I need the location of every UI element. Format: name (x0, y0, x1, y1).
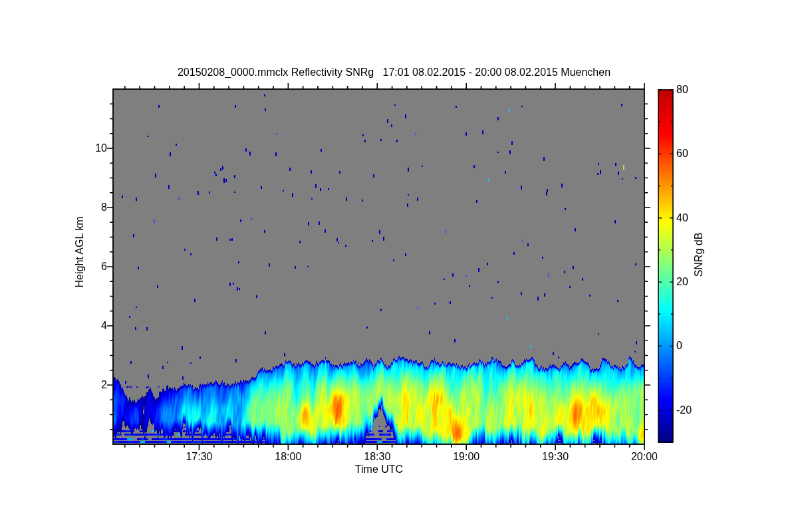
x-tick-label: 19:30 (535, 451, 575, 463)
y-tick-label: 10 (79, 142, 107, 154)
chart-title: 20150208_0000.mmclx Reflectivity SNRg 17… (0, 66, 788, 78)
y-tick-label: 4 (79, 320, 107, 332)
colorbar-tick-label: -20 (676, 404, 706, 416)
x-tick-label: 19:00 (446, 451, 486, 463)
x-tick-label: 20:00 (624, 451, 664, 463)
colorbar-tick-label: 20 (676, 276, 706, 288)
colorbar-tick-label: 40 (676, 212, 706, 224)
y-tick-label: 6 (79, 261, 107, 273)
colorbar-tick-label: 0 (676, 340, 706, 352)
colorbar-tick-label: 60 (676, 148, 706, 160)
colorbar-tick-label: 80 (676, 84, 706, 96)
x-tick-label: 18:30 (357, 451, 397, 463)
y-tick-label: 2 (79, 379, 107, 391)
x-tick-label: 17:30 (179, 451, 219, 463)
x-tick-label: 18:00 (268, 451, 308, 463)
y-tick-label: 8 (79, 201, 107, 213)
y-axis-label: Height AGL km (74, 212, 86, 292)
x-axis-label: Time UTC (326, 464, 432, 475)
figure-root: 20150208_0000.mmclx Reflectivity SNRg 17… (0, 0, 798, 532)
reflectivity-heatmap-canvas (0, 0, 798, 532)
